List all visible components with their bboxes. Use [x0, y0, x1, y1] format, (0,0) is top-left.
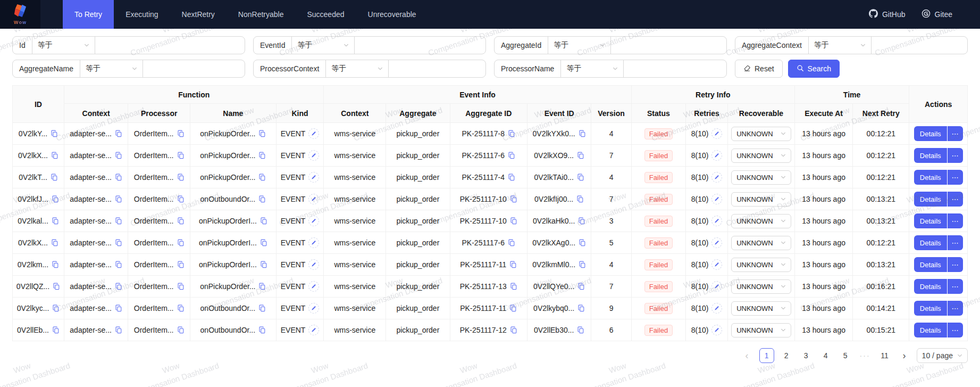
copy-icon[interactable]: [51, 130, 58, 137]
recoverable-select[interactable]: UNKNOWN: [731, 149, 791, 163]
copy-icon[interactable]: [177, 152, 185, 159]
details-button[interactable]: Details: [914, 301, 947, 316]
recoverable-select[interactable]: UNKNOWN: [731, 170, 791, 185]
more-actions-button[interactable]: ⋯: [948, 235, 963, 250]
operator-select[interactable]: 等于: [32, 37, 95, 54]
reset-button[interactable]: Reset: [735, 60, 783, 78]
copy-icon[interactable]: [51, 152, 58, 159]
copy-icon[interactable]: [508, 130, 515, 137]
edit-icon[interactable]: [711, 237, 722, 248]
page-4[interactable]: 4: [818, 348, 833, 363]
details-button[interactable]: Details: [914, 279, 947, 294]
more-actions-button[interactable]: ⋯: [948, 257, 963, 272]
copy-icon[interactable]: [258, 174, 266, 181]
details-button[interactable]: Details: [914, 323, 947, 337]
copy-icon[interactable]: [177, 239, 185, 246]
copy-icon[interactable]: [576, 195, 584, 203]
page-2[interactable]: 2: [779, 348, 794, 363]
copy-icon[interactable]: [52, 304, 60, 312]
copy-icon[interactable]: [53, 283, 60, 290]
id-input[interactable]: [95, 37, 245, 54]
edit-icon[interactable]: [308, 150, 319, 161]
details-button[interactable]: Details: [914, 213, 947, 228]
more-actions-button[interactable]: ⋯: [948, 323, 963, 337]
copy-icon[interactable]: [115, 304, 122, 312]
copy-icon[interactable]: [52, 217, 59, 225]
details-button[interactable]: Details: [914, 257, 947, 272]
copy-icon[interactable]: [578, 217, 585, 225]
copy-icon[interactable]: [579, 239, 586, 246]
more-actions-button[interactable]: ⋯: [948, 213, 963, 228]
copy-icon[interactable]: [258, 304, 266, 312]
copy-icon[interactable]: [115, 130, 122, 137]
copy-icon[interactable]: [508, 174, 515, 181]
edit-icon[interactable]: [308, 325, 319, 335]
processorname-input[interactable]: [624, 60, 727, 77]
tab-unrecoverable[interactable]: Unrecoverable: [356, 0, 428, 29]
aggregateid-input[interactable]: [611, 37, 726, 54]
edit-icon[interactable]: [308, 172, 319, 183]
recoverable-select[interactable]: UNKNOWN: [731, 236, 791, 250]
operator-select[interactable]: 等于: [548, 37, 611, 54]
gitee-link[interactable]: Gitee: [922, 9, 952, 20]
copy-icon[interactable]: [579, 130, 586, 137]
copy-icon[interactable]: [177, 130, 185, 137]
eventid-input[interactable]: [355, 37, 485, 54]
page-size-select[interactable]: 10 / page: [917, 348, 968, 363]
copy-icon[interactable]: [509, 304, 517, 312]
copy-icon[interactable]: [258, 130, 266, 137]
copy-icon[interactable]: [177, 261, 185, 268]
copy-icon[interactable]: [177, 195, 185, 203]
more-actions-button[interactable]: ⋯: [948, 170, 963, 185]
edit-icon[interactable]: [308, 303, 319, 314]
page-11[interactable]: 11: [877, 348, 892, 363]
copy-icon[interactable]: [177, 283, 185, 290]
operator-select[interactable]: 等于: [809, 37, 872, 54]
github-link[interactable]: GitHub: [869, 9, 906, 20]
page-1[interactable]: 1: [759, 348, 774, 363]
copy-icon[interactable]: [115, 239, 122, 246]
copy-icon[interactable]: [508, 239, 515, 246]
recoverable-select[interactable]: UNKNOWN: [731, 258, 791, 272]
edit-icon[interactable]: [711, 216, 722, 226]
copy-icon[interactable]: [258, 152, 266, 159]
copy-icon[interactable]: [508, 152, 515, 159]
more-actions-button[interactable]: ⋯: [948, 192, 963, 207]
edit-icon[interactable]: [308, 216, 319, 226]
copy-icon[interactable]: [52, 326, 60, 334]
details-button[interactable]: Details: [914, 192, 947, 207]
copy-icon[interactable]: [177, 174, 185, 181]
operator-select[interactable]: 等于: [326, 60, 389, 77]
edit-icon[interactable]: [308, 237, 319, 248]
tab-nonretryable[interactable]: NonRetryable: [227, 0, 296, 29]
recoverable-select[interactable]: UNKNOWN: [731, 214, 791, 228]
operator-select[interactable]: 等于: [80, 60, 143, 77]
app-logo[interactable]: Wow: [0, 0, 40, 29]
more-actions-button[interactable]: ⋯: [948, 301, 963, 316]
edit-icon[interactable]: [308, 128, 319, 139]
operator-select[interactable]: 等于: [292, 37, 355, 54]
copy-icon[interactable]: [509, 261, 517, 268]
edit-icon[interactable]: [711, 259, 722, 270]
edit-icon[interactable]: [308, 259, 319, 270]
details-button[interactable]: Details: [914, 235, 947, 250]
copy-icon[interactable]: [258, 283, 266, 290]
edit-icon[interactable]: [711, 325, 722, 335]
operator-select[interactable]: 等于: [561, 60, 624, 77]
tab-executing[interactable]: Executing: [114, 0, 170, 29]
processorcontext-input[interactable]: [389, 60, 486, 77]
edit-icon[interactable]: [308, 194, 319, 204]
edit-icon[interactable]: [711, 128, 722, 139]
copy-icon[interactable]: [260, 239, 267, 246]
copy-icon[interactable]: [510, 217, 517, 225]
copy-icon[interactable]: [115, 174, 122, 181]
edit-icon[interactable]: [711, 194, 722, 204]
details-button[interactable]: Details: [914, 148, 947, 163]
edit-icon[interactable]: [711, 281, 722, 292]
more-actions-button[interactable]: ⋯: [948, 126, 963, 141]
edit-icon[interactable]: [711, 303, 722, 314]
more-actions-button[interactable]: ⋯: [948, 148, 963, 163]
copy-icon[interactable]: [577, 152, 584, 159]
copy-icon[interactable]: [52, 195, 59, 203]
copy-icon[interactable]: [258, 195, 266, 203]
